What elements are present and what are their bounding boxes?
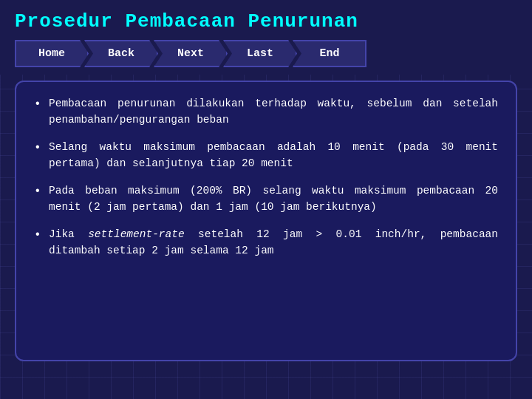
title-bar: Prosedur Pembacaan Penurunan	[0, 0, 532, 40]
bullet-text-1: Pembacaan penurunan dilakukan terhadap w…	[49, 98, 498, 126]
list-item: Selang waktu maksimum pembacaan adalah 1…	[34, 139, 498, 172]
back-button[interactable]: Back	[84, 40, 158, 67]
bullet-text-3: Pada beban maksimum (200% BR) selang wak…	[49, 185, 498, 213]
last-button[interactable]: Last	[223, 40, 297, 67]
bullet-text-4-before: Jika	[49, 228, 88, 240]
next-button[interactable]: Next	[154, 40, 228, 67]
bullet-list: Pembacaan penurunan dilakukan terhadap w…	[34, 95, 498, 259]
list-item: Pada beban maksimum (200% BR) selang wak…	[34, 183, 498, 216]
end-button[interactable]: End	[293, 40, 366, 67]
bullet-text-4-italic: settlement-rate	[88, 228, 185, 240]
list-item: Jika settlement-rate setelah 12 jam > 0.…	[34, 226, 498, 259]
list-item: Pembacaan penurunan dilakukan terhadap w…	[34, 95, 498, 129]
nav-bar: Home Back Next Last End	[0, 40, 532, 75]
bullet-text-2: Selang waktu maksimum pembacaan adalah 1…	[49, 141, 498, 169]
page-title: Prosedur Pembacaan Penurunan	[15, 10, 358, 33]
content-area: Pembacaan penurunan dilakukan terhadap w…	[15, 81, 517, 361]
home-button[interactable]: Home	[15, 40, 89, 67]
